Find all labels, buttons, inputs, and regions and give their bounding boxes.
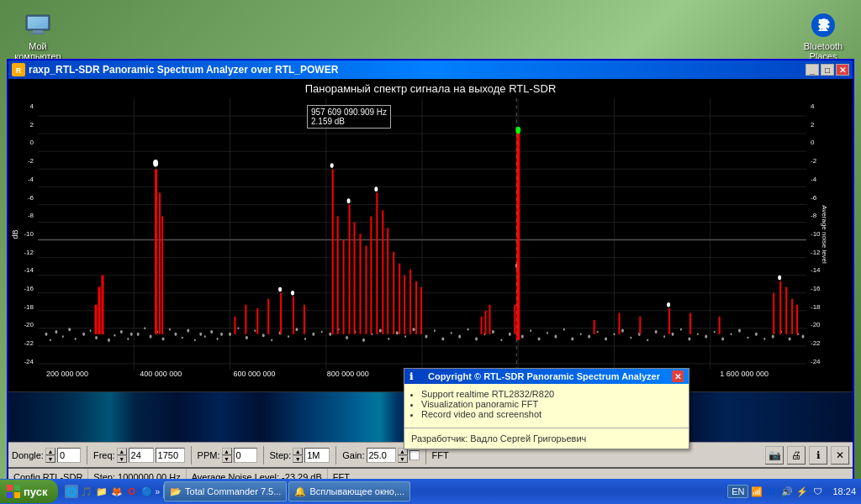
ppm-input[interactable] bbox=[234, 448, 257, 463]
freq-input2[interactable] bbox=[156, 448, 185, 463]
svg-point-125 bbox=[441, 337, 444, 340]
svg-point-96 bbox=[362, 339, 365, 342]
browser-icon[interactable]: 🦊 bbox=[110, 485, 124, 498]
svg-point-180 bbox=[772, 335, 774, 339]
svg-point-80 bbox=[304, 338, 306, 340]
svg-point-57 bbox=[169, 328, 171, 331]
svg-point-152 bbox=[605, 337, 607, 340]
svg-point-34 bbox=[45, 333, 47, 336]
folder-icon[interactable]: 📁 bbox=[95, 485, 108, 498]
dongle-down[interactable]: ▼ bbox=[45, 455, 55, 463]
svg-rect-3 bbox=[30, 33, 45, 34]
maximize-button[interactable]: □ bbox=[821, 64, 834, 76]
gain-group: Gain: ▲ ▼ bbox=[342, 448, 419, 463]
more-icon[interactable]: » bbox=[156, 487, 161, 496]
svg-point-163 bbox=[697, 333, 699, 335]
info-popup-body: Support realtime RTL2832/R820 Visualizat… bbox=[404, 384, 689, 424]
db-label: dB bbox=[11, 229, 19, 239]
step-down[interactable]: ▼ bbox=[293, 455, 303, 463]
spectrum-chart[interactable]: 957 609 090.909 Hz 2.159 dB bbox=[38, 98, 806, 370]
battery-tray-icon[interactable]: ⚡ bbox=[795, 485, 809, 498]
network-tray-icon[interactable]: 📶 bbox=[750, 485, 763, 498]
my-computer-icon bbox=[24, 12, 51, 39]
step-group: Step: ▲ ▼ bbox=[270, 448, 330, 463]
svg-point-155 bbox=[630, 337, 631, 339]
svg-rect-49 bbox=[95, 305, 98, 334]
step-spinner[interactable]: ▲ ▼ bbox=[293, 448, 303, 463]
info-item-3: Record video and screenshot bbox=[421, 409, 682, 419]
taskbar-app-popup-icon: 🔔 bbox=[294, 486, 306, 497]
svg-point-76 bbox=[271, 339, 272, 341]
gain-spinner[interactable]: ▲ ▼ bbox=[398, 448, 408, 463]
gain-checkbox[interactable] bbox=[409, 450, 420, 460]
svg-point-124 bbox=[434, 329, 436, 332]
svg-point-53 bbox=[144, 327, 145, 329]
divider-4 bbox=[335, 446, 336, 465]
svg-point-143 bbox=[547, 332, 548, 334]
taskbar-tray: EN 📶 B 🔊 ⚡ 🛡 bbox=[724, 485, 827, 498]
info-item-1: Support realtime RTL2832/R820 bbox=[421, 389, 682, 399]
info-popup-close[interactable]: ✕ bbox=[672, 370, 684, 382]
step-label: Step: bbox=[270, 450, 292, 460]
ppm-spinner[interactable]: ▲ ▼ bbox=[222, 448, 232, 463]
freq-spinner[interactable]: ▲ ▼ bbox=[117, 448, 127, 463]
ie-icon[interactable]: 🌐 bbox=[65, 485, 78, 498]
svg-rect-68 bbox=[159, 192, 161, 334]
freq-up[interactable]: ▲ bbox=[117, 448, 127, 455]
svg-point-122 bbox=[374, 186, 378, 192]
svg-rect-112 bbox=[382, 210, 383, 333]
bluetooth-tray-icon[interactable]: B bbox=[765, 485, 779, 498]
svg-point-73 bbox=[246, 336, 248, 339]
freq-label: Freq: bbox=[93, 450, 115, 460]
desktop-icon-bluetooth[interactable]: ✱ BluetoothPlaces bbox=[794, 8, 853, 65]
info-popup-author: Разработчик: Вадло Сергей Григорьевич bbox=[411, 433, 586, 444]
gain-input[interactable] bbox=[367, 448, 396, 463]
dongle-spinner[interactable]: ▲ ▼ bbox=[45, 448, 55, 463]
camera-button[interactable]: 📷 bbox=[765, 446, 784, 465]
gain-down[interactable]: ▼ bbox=[398, 455, 408, 463]
svg-rect-117 bbox=[409, 270, 411, 334]
svg-point-41 bbox=[90, 329, 92, 332]
minimize-button[interactable]: _ bbox=[806, 64, 819, 76]
svg-point-121 bbox=[347, 198, 351, 203]
svg-point-37 bbox=[62, 335, 64, 338]
svg-point-64 bbox=[210, 330, 213, 333]
language-badge[interactable]: EN bbox=[727, 485, 748, 498]
chrome-icon[interactable]: 🔵 bbox=[140, 485, 154, 498]
freq-input[interactable] bbox=[129, 448, 154, 463]
ppm-up[interactable]: ▲ bbox=[222, 448, 232, 455]
desktop-icon-my-computer[interactable]: Мой компьютер bbox=[8, 8, 67, 65]
print-button[interactable]: 🖨 bbox=[787, 446, 806, 465]
taskbar-app-totalcmd[interactable]: 📂 Total Commander 7.5... bbox=[164, 481, 287, 501]
svg-rect-148 bbox=[516, 134, 520, 340]
info-button[interactable]: ℹ bbox=[809, 446, 827, 465]
svg-rect-104 bbox=[337, 216, 339, 333]
windows-logo-icon bbox=[7, 485, 20, 498]
media-icon[interactable]: 🎵 bbox=[80, 485, 93, 498]
svg-point-147 bbox=[580, 333, 582, 335]
info-popup-header: ℹ Copyright © RTL-SDR Panoramic Spectrum… bbox=[404, 369, 689, 384]
freq-down[interactable]: ▼ bbox=[117, 455, 127, 463]
svg-rect-115 bbox=[399, 264, 400, 334]
dongle-input[interactable] bbox=[57, 448, 81, 463]
svg-point-132 bbox=[500, 339, 502, 341]
step-input[interactable] bbox=[304, 448, 330, 463]
taskbar-app-popup[interactable]: 🔔 Всплывающее окно,... bbox=[288, 481, 410, 501]
start-button[interactable]: пуск bbox=[0, 480, 58, 503]
taskbar-app-totalcmd-icon: 📂 bbox=[170, 486, 182, 497]
svg-point-98 bbox=[379, 329, 382, 333]
security-tray-icon[interactable]: 🛡 bbox=[811, 485, 824, 498]
info-popup-footer: Разработчик: Вадло Сергей Григорьевич bbox=[404, 432, 689, 449]
ppm-down[interactable]: ▼ bbox=[222, 455, 232, 463]
exit-button[interactable]: ✕ bbox=[831, 446, 849, 465]
svg-point-128 bbox=[467, 328, 469, 331]
dongle-up[interactable]: ▲ bbox=[45, 448, 55, 455]
svg-point-39 bbox=[75, 338, 77, 340]
step-up[interactable]: ▲ bbox=[293, 448, 303, 455]
taskbar: пуск 🌐 🎵 📁 🦊 O 🔵 » 📂 Total Commander 7.5… bbox=[0, 479, 861, 504]
close-button[interactable]: ✕ bbox=[836, 64, 849, 76]
volume-tray-icon[interactable]: 🔊 bbox=[780, 485, 794, 498]
dongle-group: Dongle: ▲ ▼ bbox=[12, 448, 81, 463]
svg-point-161 bbox=[680, 328, 682, 331]
opera-icon[interactable]: O bbox=[125, 485, 139, 498]
